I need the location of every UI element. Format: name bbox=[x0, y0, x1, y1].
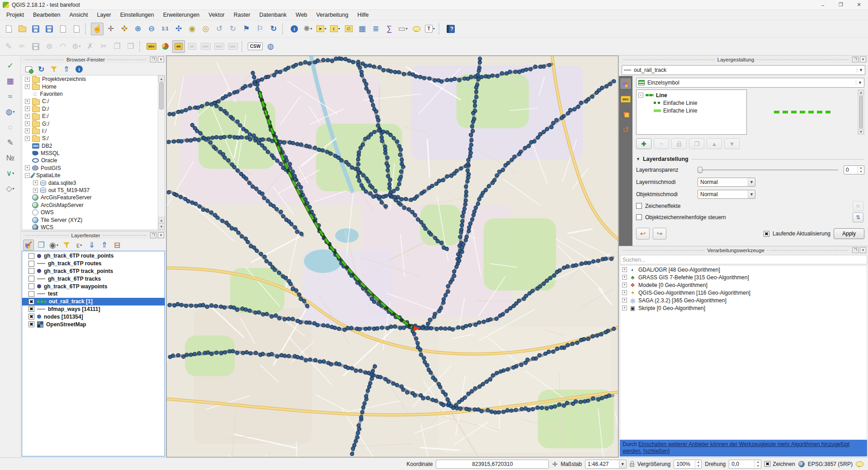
browser-item[interactable]: +Home bbox=[22, 83, 165, 90]
browser-item[interactable]: Tile Server (XYZ) bbox=[22, 216, 165, 223]
map-canvas[interactable] bbox=[166, 56, 618, 457]
zoom-out-icon[interactable]: ⊖ bbox=[145, 23, 158, 35]
mouse-position-toggle-icon[interactable]: ✛ bbox=[552, 461, 557, 468]
pan-map-icon[interactable]: ✛ bbox=[104, 23, 117, 35]
layer-checkbox[interactable] bbox=[28, 283, 34, 289]
tree-expander-icon[interactable]: + bbox=[622, 282, 627, 287]
browser-item[interactable]: +E:/ bbox=[22, 113, 165, 120]
tree-expander-icon[interactable]: + bbox=[33, 188, 38, 193]
menu-verarbeitung[interactable]: Verarbeitung bbox=[312, 10, 353, 19]
effects-options-button[interactable]: ✫ bbox=[853, 201, 863, 211]
select-by-expression-icon[interactable]: ε▾ bbox=[329, 23, 341, 35]
menu-einstellungen[interactable]: Einstellungen bbox=[116, 10, 159, 19]
layer-item[interactable]: gh_track_6TP waypoints bbox=[22, 282, 165, 290]
refresh-browser-icon[interactable]: ↻ bbox=[36, 64, 47, 75]
coordinate-input[interactable]: 823915,6720310 bbox=[436, 460, 549, 469]
pin-labels-icon[interactable]: ab bbox=[172, 40, 185, 53]
save-project-as-icon[interactable] bbox=[43, 23, 56, 35]
tree-expander-icon[interactable]: + bbox=[622, 306, 627, 310]
cut-features-icon[interactable]: ✂ bbox=[97, 40, 110, 53]
symbol-layer-item[interactable]: Einfache Linie bbox=[637, 99, 745, 107]
spline-plugin-icon[interactable]: ≈ bbox=[4, 90, 17, 103]
dropdown-arrow-icon[interactable]: ▾ bbox=[79, 44, 81, 48]
style-layer-selector[interactable]: out_rail_track ▼ bbox=[622, 65, 865, 75]
help-icon[interactable] bbox=[444, 23, 457, 35]
labels-tab-icon[interactable]: abc bbox=[620, 93, 632, 105]
layer-blend-combo[interactable]: Normal ▼ bbox=[698, 178, 755, 187]
pan-to-selection-icon[interactable]: ✜ bbox=[118, 23, 131, 35]
highlight-labels-icon[interactable]: ab bbox=[186, 40, 198, 53]
draw-effects-checkbox[interactable] bbox=[636, 203, 642, 209]
circle-plugin-icon[interactable]: ◌ bbox=[4, 121, 17, 133]
paste-features-icon[interactable]: ❒ bbox=[124, 40, 137, 53]
close-panel-icon[interactable]: ✕ bbox=[158, 232, 164, 238]
menu-web[interactable]: Web bbox=[291, 10, 311, 19]
dropdown-arrow-icon[interactable]: ▾ bbox=[338, 27, 340, 31]
measure-icon[interactable]: ▭▾ bbox=[396, 23, 409, 35]
browser-item[interactable]: +G:/ bbox=[22, 120, 165, 127]
processing-provider-item[interactable]: +▣Skripte [0 Geo-Algorithmen] bbox=[620, 304, 867, 312]
transparency-spin[interactable]: 0 ▲▼ bbox=[844, 165, 864, 174]
tree-expander-icon[interactable]: + bbox=[25, 121, 30, 126]
browser-item[interactable]: ArcGisFeatureServer bbox=[22, 194, 165, 201]
tree-expander-icon[interactable]: + bbox=[622, 298, 627, 303]
annotation-plugin-icon[interactable]: ✎ bbox=[4, 136, 17, 149]
manage-visibility-icon[interactable]: ◉▾ bbox=[48, 240, 59, 250]
remove-symbol-layer-button[interactable]: − bbox=[654, 138, 669, 149]
browser-item[interactable]: ☆Favoriten bbox=[22, 90, 165, 98]
dropdown-arrow-icon[interactable]: ▾ bbox=[12, 171, 14, 175]
browser-item[interactable]: WCS bbox=[22, 224, 165, 230]
close-notice-link[interactable]: [schließen] bbox=[643, 448, 670, 454]
maximize-button[interactable]: ❐ bbox=[832, 0, 850, 9]
redo-style-button[interactable]: ↪ bbox=[653, 228, 666, 240]
composer-manager-icon[interactable] bbox=[70, 23, 83, 35]
symbol-layer-item[interactable]: −Line bbox=[637, 91, 745, 99]
layer-checkbox[interactable]: ✖ bbox=[28, 306, 34, 312]
csw-search-button[interactable]: CSW bbox=[247, 40, 263, 53]
change-label-icon[interactable]: abc bbox=[226, 40, 239, 53]
processing-provider-item[interactable]: +◐GDAL/OGR [48 Geo-Algorithmen] bbox=[620, 266, 867, 273]
browser-item[interactable]: +S:/ bbox=[22, 135, 165, 142]
add-circular-string-icon[interactable]: ◠ bbox=[57, 40, 69, 53]
collapse-all-layers-icon[interactable]: ⇑ bbox=[99, 240, 110, 250]
layer-item[interactable]: test bbox=[22, 290, 165, 298]
dropdown-arrow-icon[interactable]: ▾ bbox=[57, 243, 58, 247]
live-update-checkbox[interactable]: ✖ bbox=[764, 231, 769, 237]
save-edits-icon[interactable] bbox=[29, 40, 42, 53]
open-project-icon[interactable] bbox=[16, 23, 28, 35]
layer-checkbox[interactable]: ✖ bbox=[28, 321, 34, 327]
tree-expander-icon[interactable]: + bbox=[25, 136, 30, 141]
close-button[interactable]: ✕ bbox=[850, 0, 868, 9]
text-annotation-icon[interactable]: T▾ bbox=[424, 23, 436, 35]
browser-item[interactable]: −SpatiaLite bbox=[22, 172, 165, 179]
browser-scrollbar[interactable]: ▲ ▲ ▼ bbox=[158, 75, 165, 230]
layer-item[interactable]: ✖nodes [101354] bbox=[22, 313, 165, 320]
menu-layer[interactable]: Layer bbox=[92, 10, 115, 19]
move-symbol-up-button[interactable]: ▲ bbox=[707, 138, 722, 149]
browser-item[interactable]: MSSQL bbox=[22, 150, 165, 157]
zoom-next-icon[interactable]: ↻ bbox=[226, 23, 239, 35]
layer-rendering-section[interactable]: ▼ Layerdarstellung bbox=[636, 155, 864, 164]
split-plugin-icon[interactable]: ◇▾ bbox=[4, 182, 17, 195]
tree-expander-icon[interactable]: − bbox=[638, 93, 643, 98]
duplicate-symbol-button[interactable]: ❐ bbox=[689, 138, 704, 149]
properties-widget-icon[interactable] bbox=[74, 64, 85, 75]
close-panel-icon[interactable]: ✕ bbox=[860, 247, 866, 253]
add-symbol-layer-button[interactable]: ✚ bbox=[636, 138, 651, 149]
numbering-plugin-icon[interactable]: № bbox=[4, 151, 17, 164]
symbology-tab-icon[interactable] bbox=[620, 78, 632, 89]
vertex-v-plugin-icon[interactable]: ∨▾ bbox=[4, 167, 17, 179]
processing-provider-item[interactable]: +❖Modelle [0 Geo-Algorithmen] bbox=[620, 281, 867, 289]
symbol-layer-item[interactable]: Einfache Linie bbox=[637, 107, 745, 114]
tree-expander-icon[interactable]: + bbox=[25, 99, 30, 104]
browser-item[interactable]: +I:/ bbox=[22, 127, 165, 135]
processing-provider-item[interactable]: +♣GRASS GIS 7-Befehle [315 Geo-Algorithm… bbox=[620, 273, 867, 281]
browser-item[interactable]: +D:/ bbox=[22, 105, 165, 113]
tree-expander-icon[interactable]: + bbox=[622, 290, 627, 295]
filter-browser-icon[interactable] bbox=[48, 64, 59, 75]
open-layer-styling-icon[interactable] bbox=[23, 240, 34, 250]
new-composer-icon[interactable] bbox=[57, 23, 69, 35]
tree-expander-icon[interactable]: + bbox=[622, 267, 627, 272]
layer-checkbox[interactable] bbox=[28, 268, 34, 274]
layer-item[interactable]: ✖bfmap_ways [14111] bbox=[22, 306, 165, 313]
